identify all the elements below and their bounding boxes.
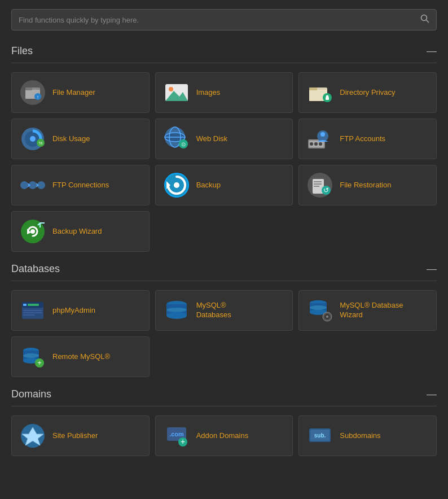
icon-item-file-manager[interactable]: ↑ File Manager [11,72,150,113]
directory-privacy-label: Directory Privacy [340,88,395,98]
web-disk-icon: ⊙ [164,126,190,152]
icon-item-subdomains[interactable]: sub. Subdomains [298,415,437,456]
section-title-databases: Databases [11,263,60,275]
icon-item-disk-usage[interactable]: % Disk Usage [11,119,150,159]
svg-point-0 [421,15,427,21]
icon-item-ftp-connections[interactable]: FTP Connections [11,165,150,205]
mysql-wizard-label: MySQL® Database Wizard [340,301,403,320]
svg-point-9 [169,87,173,91]
svg-rect-13 [309,87,317,90]
section-domains: Domains— Site Publisher .com + Addon Dom… [11,388,437,456]
web-disk-label: Web Disk [196,134,227,144]
icon-item-phpmyadmin[interactable]: phpMyAdmin [11,290,150,331]
svg-text:↺: ↺ [323,186,329,194]
icon-grid-files: ↑ File Manager Images Directory Privacy … [11,72,437,252]
file-manager-icon: ↑ [20,80,46,106]
file-restoration-icon: ↺ [307,172,333,198]
icon-item-mysql-databases[interactable]: MySQL® Databases [155,290,293,331]
svg-text:sub.: sub. [314,432,326,439]
svg-point-31 [310,142,313,146]
svg-point-75 [23,353,39,358]
svg-point-32 [314,142,318,146]
svg-rect-47 [314,183,322,185]
icon-item-directory-privacy[interactable]: Directory Privacy [298,72,437,113]
svg-rect-5 [25,87,32,90]
section-files: Files— ↑ File Manager Images Directory P… [11,45,437,252]
backup-icon [164,172,190,198]
backup-wizard-label: Backup Wizard [52,227,102,237]
svg-text:↑: ↑ [37,94,39,100]
icon-item-web-disk[interactable]: ⊙ Web Disk [155,119,293,159]
icon-item-ftp-accounts[interactable]: FTP Accounts [298,119,437,159]
svg-text:%: % [38,141,42,146]
section-header-databases: Databases— [11,263,437,281]
search-bar [11,9,437,30]
section-header-files: Files— [11,45,437,63]
svg-rect-60 [23,314,34,316]
remote-mysql-label: Remote MySQL® [52,352,110,362]
icon-item-backup-wizard[interactable]: Backup Wizard [11,211,150,252]
icon-item-site-publisher[interactable]: Site Publisher [11,415,150,456]
icon-grid-domains: Site Publisher .com + Addon Domains sub.… [11,415,437,456]
file-restoration-label: File Restoration [340,181,391,190]
backup-wizard-icon [20,218,46,244]
svg-point-19 [30,136,36,142]
ftp-accounts-icon [307,126,333,152]
disk-usage-label: Disk Usage [52,134,90,144]
mysql-databases-label: MySQL® Databases [196,301,231,320]
search-icon [420,14,429,25]
icon-item-images[interactable]: Images [155,72,293,113]
svg-point-36 [20,181,28,189]
phpmyadmin-icon [20,297,46,323]
svg-text:+: + [181,437,185,446]
subdomains-icon: sub. [307,423,333,449]
mysql-databases-icon [164,297,190,323]
svg-point-63 [166,312,187,319]
directory-privacy-icon [307,80,333,106]
section-databases: Databases— phpMyAdmin MySQL® Databases M… [11,263,437,377]
svg-point-43 [174,182,179,188]
svg-rect-59 [23,312,42,313]
svg-rect-58 [23,310,42,311]
subdomains-label: Subdomains [340,431,380,441]
site-publisher-icon [20,423,46,449]
mysql-wizard-icon [307,297,333,323]
svg-rect-46 [314,181,322,182]
svg-point-71 [326,316,328,318]
icon-item-mysql-wizard[interactable]: MySQL® Database Wizard [298,290,437,331]
icon-item-remote-mysql[interactable]: + Remote MySQL® [11,336,150,377]
ftp-connections-icon [20,172,46,198]
backup-label: Backup [196,181,221,190]
svg-rect-16 [326,97,329,100]
svg-point-53 [30,229,35,234]
svg-point-64 [166,308,187,312]
section-title-files: Files [11,45,33,57]
svg-point-33 [319,142,322,146]
svg-rect-56 [23,304,27,306]
search-container [0,0,448,40]
addon-domains-label: Addon Domains [196,431,249,441]
section-collapse-domains[interactable]: — [427,388,437,400]
svg-text:+: + [37,359,41,367]
remote-mysql-icon: + [20,344,46,370]
disk-usage-icon: % [20,126,46,152]
svg-rect-57 [28,304,39,306]
search-input[interactable] [19,16,420,24]
images-icon [164,80,190,106]
section-collapse-databases[interactable]: — [427,263,437,275]
icon-item-addon-domains[interactable]: .com + Addon Domains [155,415,293,456]
section-title-domains: Domains [11,388,51,400]
svg-point-35 [320,132,325,137]
addon-domains-icon: .com + [164,423,190,449]
icon-grid-databases: phpMyAdmin MySQL® Databases MySQL® Datab… [11,290,437,377]
svg-line-1 [427,20,429,23]
section-header-domains: Domains— [11,388,437,406]
ftp-connections-label: FTP Connections [52,181,109,190]
icon-item-file-restoration[interactable]: ↺ File Restoration [298,165,437,205]
section-collapse-files[interactable]: — [427,45,437,57]
icon-item-backup[interactable]: Backup [155,165,293,205]
images-label: Images [196,88,221,98]
svg-rect-48 [314,186,319,187]
svg-text:⊙: ⊙ [181,141,186,147]
phpmyadmin-label: phpMyAdmin [52,306,95,316]
